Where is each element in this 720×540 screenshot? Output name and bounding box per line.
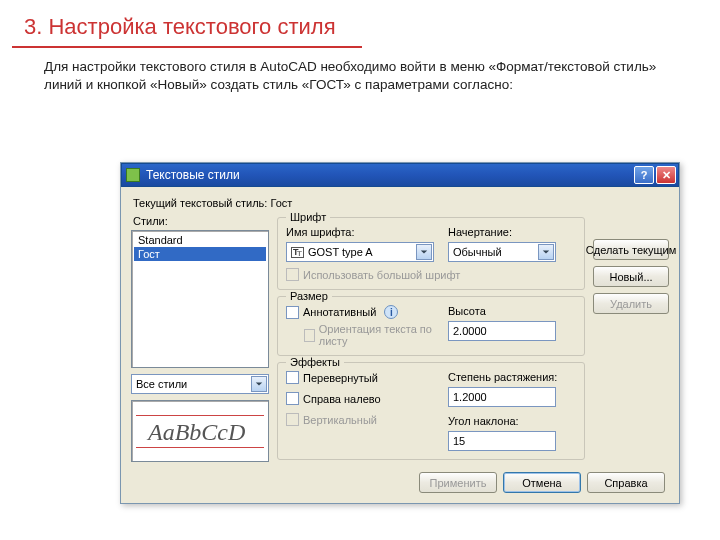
close-window-button[interactable]: ✕ [656,166,676,184]
slide-intro: Для настройки текстового стиля в AutoCAD… [0,58,720,94]
slide-title: 3. Настройка текстового стиля [0,0,720,46]
text-styles-dialog: Текстовые стили ? ✕ Текущий текстовый ст… [120,162,680,504]
help-button[interactable]: Справка [587,472,665,493]
new-button[interactable]: Новый... [593,266,669,287]
font-group: Шрифт Имя шрифта: GOST type A [277,217,585,290]
delete-button: Удалить [593,293,669,314]
annotative-label: Аннотативный [303,306,376,318]
bigfont-label: Использовать большой шрифт [303,269,460,281]
style-filter-dropdown[interactable]: Все стили [131,374,269,394]
bigfont-checkbox [286,268,299,281]
info-icon[interactable]: i [384,305,398,319]
help-window-button[interactable]: ? [634,166,654,184]
vertical-label: Вертикальный [303,414,377,426]
font-style-label: Начертание: [448,226,556,238]
font-name-select[interactable]: GOST type A [286,242,434,262]
chevron-down-icon [538,244,554,260]
upside-checkbox[interactable] [286,371,299,384]
orient-checkbox [304,329,315,342]
dialog-title: Текстовые стили [146,168,632,182]
vertical-checkbox [286,413,299,426]
preview-box: AaBbCcD [131,400,269,462]
size-group: Размер Аннотативный i Ориентация текста … [277,296,585,356]
truetype-icon [291,247,304,258]
make-current-button[interactable]: Сделать текущим [593,239,669,260]
font-style-value: Обычный [453,246,502,258]
list-item[interactable]: Гост [134,247,266,261]
font-style-select[interactable]: Обычный [448,242,556,262]
title-underline [12,46,362,48]
chevron-down-icon [251,376,267,392]
style-filter-value: Все стили [136,378,187,390]
chevron-down-icon [416,244,432,260]
list-item[interactable]: Standard [134,233,266,247]
height-label: Высота [448,305,556,317]
font-name-value: GOST type A [308,246,373,258]
oblique-input[interactable]: 15 [448,431,556,451]
annotative-checkbox[interactable] [286,306,299,319]
height-value: 2.0000 [453,325,487,337]
titlebar[interactable]: Текстовые стили ? ✕ [121,163,679,187]
cancel-button[interactable]: Отмена [503,472,581,493]
font-name-label: Имя шрифта: [286,226,434,238]
backwards-checkbox[interactable] [286,392,299,405]
apply-button: Применить [419,472,497,493]
height-input[interactable]: 2.0000 [448,321,556,341]
app-icon [126,168,140,182]
oblique-value: 15 [453,435,465,447]
styles-label: Стили: [133,215,269,227]
width-factor-label: Степень растяжения: [448,371,576,383]
upside-label: Перевернутый [303,372,378,384]
styles-listbox[interactable]: Standard Гост [131,230,269,368]
font-legend: Шрифт [286,211,330,223]
preview-text: AaBbCcD [148,419,245,446]
orient-label: Ориентация текста по листу [319,323,434,347]
backwards-label: Справа налево [303,393,381,405]
width-factor-value: 1.2000 [453,391,487,403]
current-style-value: Гост [270,197,292,209]
size-legend: Размер [286,290,332,302]
current-style-label: Текущий текстовый стиль: [133,197,267,209]
width-factor-input[interactable]: 1.2000 [448,387,556,407]
oblique-label: Угол наклона: [448,415,576,427]
effects-legend: Эффекты [286,356,344,368]
current-style: Текущий текстовый стиль: Гост [133,197,669,209]
effects-group: Эффекты Перевернутый Справа налево [277,362,585,460]
